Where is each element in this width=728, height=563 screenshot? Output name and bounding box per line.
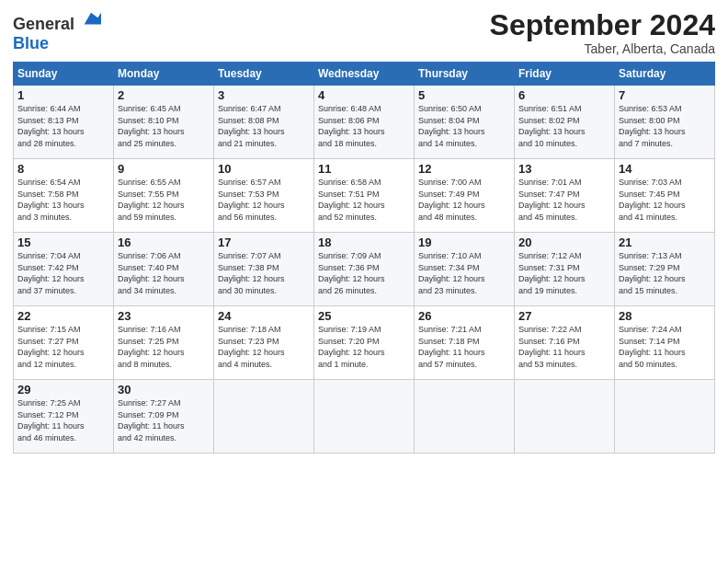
day-detail: Sunrise: 6:55 AMSunset: 7:55 PMDaylight:… <box>118 177 210 223</box>
day-detail: Sunrise: 6:53 AMSunset: 8:00 PMDaylight:… <box>619 103 711 149</box>
day-number: 12 <box>418 162 510 176</box>
calendar-table: SundayMondayTuesdayWednesdayThursdayFrid… <box>13 62 715 454</box>
calendar-cell: 18Sunrise: 7:09 AMSunset: 7:36 PMDayligh… <box>314 233 415 306</box>
calendar-cell: 26Sunrise: 7:21 AMSunset: 7:18 PMDayligh… <box>415 306 515 380</box>
day-detail: Sunrise: 7:19 AMSunset: 7:20 PMDaylight:… <box>318 324 410 370</box>
logo-blue-text: Blue <box>13 34 49 52</box>
day-detail: Sunrise: 7:00 AMSunset: 7:49 PMDaylight:… <box>418 177 510 223</box>
calendar-week-row: 1Sunrise: 6:44 AMSunset: 8:13 PMDaylight… <box>14 86 715 159</box>
calendar-cell: 1Sunrise: 6:44 AMSunset: 8:13 PMDaylight… <box>14 86 114 159</box>
day-number: 20 <box>518 236 610 249</box>
calendar-cell: 6Sunrise: 6:51 AMSunset: 8:02 PMDaylight… <box>515 86 615 159</box>
day-detail: Sunrise: 6:50 AMSunset: 8:04 PMDaylight:… <box>418 103 510 149</box>
day-number: 5 <box>418 88 510 102</box>
day-detail: Sunrise: 7:13 AMSunset: 7:29 PMDaylight:… <box>619 250 711 296</box>
calendar-cell: 25Sunrise: 7:19 AMSunset: 7:20 PMDayligh… <box>314 306 415 380</box>
weekday-header-tuesday: Tuesday <box>214 63 314 86</box>
day-number: 29 <box>17 383 109 396</box>
day-number: 14 <box>619 162 711 176</box>
day-number: 2 <box>118 88 210 102</box>
calendar-cell: 14Sunrise: 7:03 AMSunset: 7:45 PMDayligh… <box>615 159 715 233</box>
day-detail: Sunrise: 7:21 AMSunset: 7:18 PMDaylight:… <box>418 324 510 370</box>
calendar-cell: 19Sunrise: 7:10 AMSunset: 7:34 PMDayligh… <box>415 233 515 306</box>
day-detail: Sunrise: 6:48 AMSunset: 8:06 PMDaylight:… <box>318 103 410 149</box>
day-number: 22 <box>17 309 109 323</box>
day-detail: Sunrise: 6:45 AMSunset: 8:10 PMDaylight:… <box>118 103 210 149</box>
calendar-cell: 29Sunrise: 7:25 AMSunset: 7:12 PMDayligh… <box>14 380 114 454</box>
calendar-cell: 11Sunrise: 6:58 AMSunset: 7:51 PMDayligh… <box>314 159 415 233</box>
location: Taber, Alberta, Canada <box>490 41 715 56</box>
calendar-cell: 21Sunrise: 7:13 AMSunset: 7:29 PMDayligh… <box>615 233 715 306</box>
calendar-cell: 24Sunrise: 7:18 AMSunset: 7:23 PMDayligh… <box>214 306 314 380</box>
weekday-header-row: SundayMondayTuesdayWednesdayThursdayFrid… <box>14 63 715 86</box>
calendar-cell: 20Sunrise: 7:12 AMSunset: 7:31 PMDayligh… <box>515 233 615 306</box>
calendar-cell: 17Sunrise: 7:07 AMSunset: 7:38 PMDayligh… <box>214 233 314 306</box>
page-container: General Blue September 2024 Taber, Alber… <box>0 0 728 463</box>
calendar-week-row: 29Sunrise: 7:25 AMSunset: 7:12 PMDayligh… <box>14 380 715 454</box>
calendar-cell: 3Sunrise: 6:47 AMSunset: 8:08 PMDaylight… <box>214 86 314 159</box>
logo: General Blue <box>13 9 101 53</box>
day-detail: Sunrise: 7:01 AMSunset: 7:47 PMDaylight:… <box>518 177 610 223</box>
weekday-header-wednesday: Wednesday <box>314 63 415 86</box>
day-detail: Sunrise: 7:15 AMSunset: 7:27 PMDaylight:… <box>17 324 109 370</box>
day-detail: Sunrise: 7:25 AMSunset: 7:12 PMDaylight:… <box>17 397 109 443</box>
day-number: 26 <box>418 309 510 323</box>
calendar-cell <box>415 380 515 454</box>
calendar-cell: 22Sunrise: 7:15 AMSunset: 7:27 PMDayligh… <box>14 306 114 380</box>
day-detail: Sunrise: 7:22 AMSunset: 7:16 PMDaylight:… <box>518 324 610 370</box>
day-detail: Sunrise: 7:16 AMSunset: 7:25 PMDaylight:… <box>118 324 210 370</box>
calendar-cell <box>214 380 314 454</box>
day-detail: Sunrise: 6:57 AMSunset: 7:53 PMDaylight:… <box>218 177 310 223</box>
weekday-header-friday: Friday <box>515 63 615 86</box>
day-number: 30 <box>118 383 210 396</box>
calendar-week-row: 15Sunrise: 7:04 AMSunset: 7:42 PMDayligh… <box>14 233 715 306</box>
calendar-cell <box>515 380 615 454</box>
day-number: 15 <box>17 236 109 249</box>
day-number: 8 <box>17 162 109 176</box>
calendar-cell <box>314 380 415 454</box>
calendar-cell: 16Sunrise: 7:06 AMSunset: 7:40 PMDayligh… <box>114 233 214 306</box>
day-detail: Sunrise: 6:51 AMSunset: 8:02 PMDaylight:… <box>518 103 610 149</box>
calendar-week-row: 22Sunrise: 7:15 AMSunset: 7:27 PMDayligh… <box>14 306 715 380</box>
weekday-header-monday: Monday <box>114 63 214 86</box>
day-detail: Sunrise: 7:03 AMSunset: 7:45 PMDaylight:… <box>619 177 711 223</box>
day-detail: Sunrise: 7:10 AMSunset: 7:34 PMDaylight:… <box>418 250 510 296</box>
day-detail: Sunrise: 6:58 AMSunset: 7:51 PMDaylight:… <box>318 177 410 223</box>
day-number: 9 <box>118 162 210 176</box>
day-detail: Sunrise: 7:12 AMSunset: 7:31 PMDaylight:… <box>518 250 610 296</box>
day-number: 19 <box>418 236 510 249</box>
day-number: 27 <box>518 309 610 323</box>
calendar-cell: 12Sunrise: 7:00 AMSunset: 7:49 PMDayligh… <box>415 159 515 233</box>
day-detail: Sunrise: 7:06 AMSunset: 7:40 PMDaylight:… <box>118 250 210 296</box>
day-number: 1 <box>17 88 109 102</box>
calendar-cell: 8Sunrise: 6:54 AMSunset: 7:58 PMDaylight… <box>14 159 114 233</box>
day-number: 23 <box>118 309 210 323</box>
calendar-cell <box>615 380 715 454</box>
month-year: September 2024 <box>490 9 715 41</box>
day-detail: Sunrise: 7:18 AMSunset: 7:23 PMDaylight:… <box>218 324 310 370</box>
day-detail: Sunrise: 6:54 AMSunset: 7:58 PMDaylight:… <box>17 177 109 223</box>
day-detail: Sunrise: 7:04 AMSunset: 7:42 PMDaylight:… <box>17 250 109 296</box>
weekday-header-sunday: Sunday <box>14 63 114 86</box>
day-number: 18 <box>318 236 410 249</box>
calendar-cell: 10Sunrise: 6:57 AMSunset: 7:53 PMDayligh… <box>214 159 314 233</box>
calendar-cell: 28Sunrise: 7:24 AMSunset: 7:14 PMDayligh… <box>615 306 715 380</box>
day-number: 28 <box>619 309 711 323</box>
day-number: 10 <box>218 162 310 176</box>
calendar-cell: 5Sunrise: 6:50 AMSunset: 8:04 PMDaylight… <box>415 86 515 159</box>
calendar-cell: 9Sunrise: 6:55 AMSunset: 7:55 PMDaylight… <box>114 159 214 233</box>
day-number: 16 <box>118 236 210 249</box>
calendar-cell: 15Sunrise: 7:04 AMSunset: 7:42 PMDayligh… <box>14 233 114 306</box>
day-number: 3 <box>218 88 310 102</box>
calendar-cell: 4Sunrise: 6:48 AMSunset: 8:06 PMDaylight… <box>314 86 415 159</box>
day-number: 21 <box>619 236 711 249</box>
calendar-cell: 23Sunrise: 7:16 AMSunset: 7:25 PMDayligh… <box>114 306 214 380</box>
calendar-cell: 27Sunrise: 7:22 AMSunset: 7:16 PMDayligh… <box>515 306 615 380</box>
day-detail: Sunrise: 6:44 AMSunset: 8:13 PMDaylight:… <box>17 103 109 149</box>
day-detail: Sunrise: 7:09 AMSunset: 7:36 PMDaylight:… <box>318 250 410 296</box>
day-number: 13 <box>518 162 610 176</box>
day-detail: Sunrise: 6:47 AMSunset: 8:08 PMDaylight:… <box>218 103 310 149</box>
logo-general-text: General <box>13 15 74 33</box>
weekday-header-saturday: Saturday <box>615 63 715 86</box>
day-number: 24 <box>218 309 310 323</box>
